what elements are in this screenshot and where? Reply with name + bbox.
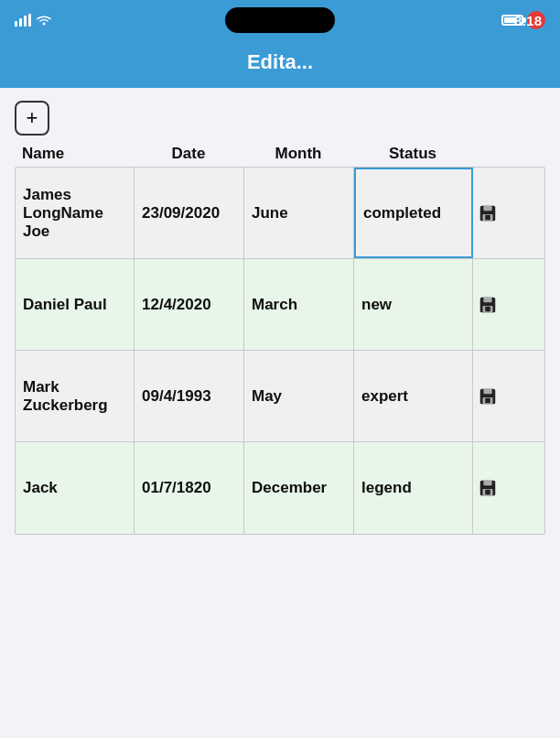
svg-rect-20 [485,490,490,495]
cell-save-3[interactable] [473,478,502,498]
table-row: Jack 01/7/1820 December legend [16,442,544,534]
cell-date-3: 01/7/1820 [135,442,244,534]
cell-save-0[interactable] [473,203,502,223]
cell-month-1: March [244,259,354,350]
svg-rect-8 [485,214,490,220]
cell-name-3: Jack [16,442,135,534]
cell-save-1[interactable] [473,295,502,315]
nav-bar: Edita... [0,40,560,88]
header-status: Status [353,145,472,163]
save-icon-0 [478,203,498,223]
svg-rect-3 [28,14,31,27]
battery-icon [501,15,523,26]
cell-status-1: new [354,259,473,350]
wifi-icon [37,15,51,26]
cell-status-2: expert [354,351,473,441]
header-date: Date [134,145,243,163]
cell-date-2: 09/4/1993 [135,351,244,441]
table-body: James LongName Joe 23/09/2020 June compl… [15,167,545,535]
svg-rect-14 [483,388,491,394]
signal-icon [15,14,31,27]
table-row: James LongName Joe 23/09/2020 June compl… [16,168,544,259]
table-row: Mark Zuckerberg 09/4/1993 May expert [16,351,544,442]
header-name: Name [15,145,134,163]
table-row: Daniel Paul 12/4/2020 March new [16,259,544,351]
svg-rect-12 [485,306,490,311]
cell-date-1: 12/4/2020 [135,259,244,350]
cell-month-0: June [244,168,354,258]
data-table: Name Date Month Status James LongName Jo… [15,145,545,535]
cell-month-3: December [244,442,354,534]
svg-rect-18 [483,481,491,486]
page-title: Edita... [247,50,313,74]
add-button[interactable]: + [15,101,49,136]
svg-rect-6 [483,205,491,211]
cell-save-2[interactable] [473,386,502,407]
save-icon-2 [478,386,498,407]
status-bar-left [15,14,51,27]
cell-name-0: James LongName Joe [16,168,135,258]
svg-rect-0 [15,21,17,27]
header-month: Month [243,145,353,163]
header-action [472,145,501,163]
cell-name-2: Mark Zuckerberg [16,351,135,441]
add-icon: + [27,106,38,130]
cell-month-2: May [244,351,354,441]
content-area: + Name Date Month Status James LongName … [0,88,560,548]
save-icon-1 [478,295,498,315]
svg-rect-2 [24,16,27,27]
svg-point-4 [43,23,46,26]
cell-date-0: 23/09/2020 [135,168,244,258]
svg-rect-10 [483,297,491,302]
table-header: Name Date Month Status [15,145,545,167]
svg-rect-16 [485,397,490,403]
cell-status-0[interactable]: completed [354,168,473,258]
save-icon-3 [478,478,498,498]
cell-status-3: legend [354,442,473,534]
cell-name-1: Daniel Paul [16,259,135,350]
dynamic-island [225,7,335,33]
svg-rect-1 [19,18,22,27]
